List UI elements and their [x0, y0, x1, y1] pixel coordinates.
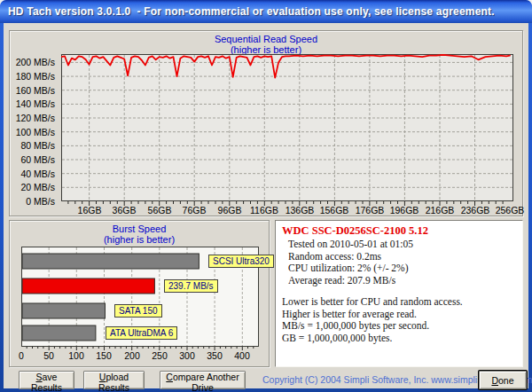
y-axis-label: 200 MB/s [11, 57, 55, 67]
burst-plot [21, 247, 259, 352]
drive-info-panel: WDC SSC-D0256SC-2100 5.12 Tested on 2010… [275, 220, 523, 367]
x-axis-label: 300 [179, 350, 195, 361]
burst-bar [22, 278, 154, 294]
x-axis-label: 250 [152, 350, 168, 361]
window-content: Sequential Read Speed (higher is better)… [4, 23, 528, 388]
sequential-read-chart-panel: Sequential Read Speed (higher is better)… [9, 30, 523, 216]
y-axis-label: 20 MB/s [11, 182, 55, 192]
x-axis-label: 100 [68, 350, 84, 361]
burst-x-axis-labels: 050100150200250300350400 [21, 350, 259, 361]
x-axis-label: 56GB [148, 205, 172, 216]
drive-info-body: WDC SSC-D0256SC-2100 5.12 Tested on 2010… [276, 221, 522, 348]
y-axis-label: 40 MB/s [11, 169, 55, 179]
y-axis-label: 100 MB/s [11, 127, 55, 137]
x-axis-label: 256GB [496, 205, 525, 216]
save-results-button[interactable]: Save Results [19, 371, 74, 389]
x-axis-label: 216GB [426, 205, 455, 216]
x-axis-label: 350 [207, 350, 223, 361]
info-detail-line: Average read: 207.9 MB/s [282, 275, 516, 287]
x-axis-label: 76GB [183, 205, 207, 216]
drive-test-details: Tested on 2010-05-01 at 01:05Random acce… [282, 239, 516, 286]
x-axis-label: 116GB [250, 205, 278, 216]
burst-bar [22, 254, 199, 269]
x-axis-label: 236GB [461, 205, 490, 216]
y-axis-label: 80 MB/s [11, 140, 55, 151]
info-note-line: Higher is better for average read. [282, 309, 516, 321]
burst-bar [22, 325, 96, 341]
title-bar[interactable]: HD Tach version 3.0.1.0 - For non-commer… [0, 0, 532, 23]
burst-bar [22, 303, 106, 318]
upload-results-button[interactable]: Upload Results [83, 371, 145, 389]
info-detail-line: CPU utilization: 2% (+/- 2%) [282, 263, 516, 275]
x-axis-label: 96GB [218, 205, 242, 216]
window-title: HD Tach version 3.0.1.0 - For non-commer… [8, 5, 495, 18]
x-axis-label: 196GB [390, 205, 419, 216]
burst-chart-title: Burst Speed [10, 223, 269, 234]
y-axis-label: 180 MB/s [11, 71, 55, 82]
seq-x-axis-labels: 16GB36GB56GB76GB96GB116GB136GB156GB176GB… [61, 205, 513, 217]
info-detail-line: Tested on 2010-05-01 at 01:05 [282, 239, 516, 251]
x-axis-label: 0 [19, 350, 24, 361]
y-axis-label: 0 MB/s [11, 196, 55, 207]
burst-chart-subtitle: (higher is better) [10, 234, 269, 245]
y-axis-label: 160 MB/s [11, 85, 55, 96]
burst-speed-chart-panel: Burst Speed (higher is better) SCSI Ultr… [9, 220, 270, 367]
hd-tach-window: HD Tach version 3.0.1.0 - For non-commer… [0, 0, 532, 392]
seq-y-axis-labels: 200 MB/s180 MB/s160 MB/s140 MB/s120 MB/s… [10, 31, 58, 217]
info-detail-line: Random access: 0.2ms [282, 251, 516, 263]
seq-chart-title: Sequential Read Speed [10, 34, 522, 44]
x-axis-label: 16GB [78, 205, 102, 216]
x-axis-label: 36GB [113, 205, 137, 216]
info-note-line: GB = 1,000,000,000 bytes. [282, 333, 516, 345]
x-axis-label: 156GB [320, 205, 349, 216]
y-axis-label: 60 MB/s [11, 154, 55, 165]
x-axis-label: 50 [43, 350, 54, 361]
x-axis-label: 150 [96, 350, 112, 361]
info-note-line: MB/s = 1,000,000 bytes per second. [282, 320, 516, 333]
x-axis-label: 400 [234, 350, 250, 361]
done-button[interactable]: Done [479, 371, 527, 389]
y-axis-label: 120 MB/s [11, 113, 55, 123]
x-axis-label: 176GB [356, 205, 385, 216]
drive-info-notes: Lower is better for CPU and random acces… [282, 296, 516, 344]
compare-another-drive-button[interactable]: Compare Another Drive [160, 371, 246, 389]
drive-title: WDC SSC-D0256SC-2100 5.12 [282, 224, 516, 238]
x-axis-label: 200 [124, 350, 140, 361]
info-note-line: Lower is better for CPU and random acces… [282, 296, 516, 309]
seq-plot [61, 54, 513, 208]
x-axis-label: 136GB [286, 205, 315, 216]
y-axis-label: 140 MB/s [11, 98, 55, 109]
